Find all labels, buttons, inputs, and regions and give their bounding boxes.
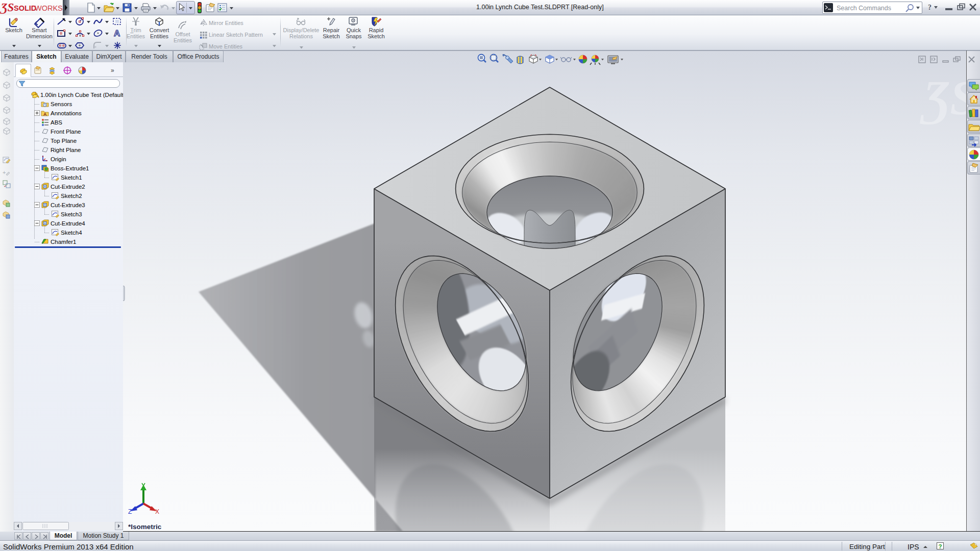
- svg-text:?: ?: [928, 4, 932, 11]
- svg-text:A: A: [43, 112, 47, 117]
- svg-text:?: ?: [939, 543, 942, 549]
- svg-text:WORKS: WORKS: [35, 4, 63, 12]
- svg-text:Search Commands: Search Commands: [837, 5, 891, 12]
- svg-text:X: X: [155, 508, 159, 515]
- svg-text:SOLID: SOLID: [14, 4, 36, 12]
- svg-text:ƷS: ƷS: [920, 71, 967, 125]
- svg-text:ƷS: ƷS: [0, 1, 14, 14]
- svg-text:Z: Z: [128, 508, 132, 515]
- svg-text:+: +: [3, 169, 6, 176]
